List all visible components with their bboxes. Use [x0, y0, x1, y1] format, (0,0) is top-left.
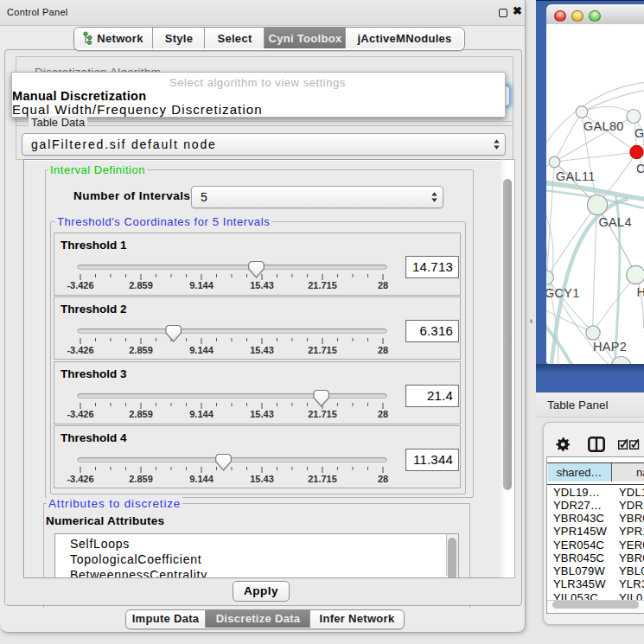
svg-text:GAL4: GAL4	[598, 215, 631, 229]
svg-text:HAP2: HAP2	[593, 340, 627, 354]
svg-text:GCY1: GCY1	[546, 286, 580, 300]
svg-text:C: C	[636, 162, 644, 175]
svg-text:GA: GA	[634, 126, 644, 140]
svg-text:GAL11: GAL11	[556, 169, 596, 183]
svg-text:GAL80: GAL80	[583, 119, 624, 133]
svg-text:H: H	[636, 285, 644, 299]
